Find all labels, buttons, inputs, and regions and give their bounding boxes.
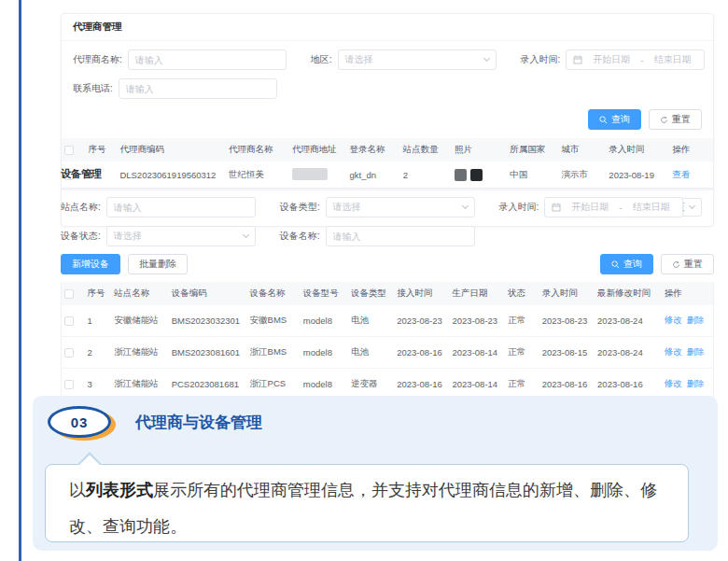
agent-table-header-row: 序号 代理商编码 代理商名称 代理商地址 登录名称 站点数量 照片 所属国家 城… xyxy=(62,138,713,161)
add-device-button[interactable]: 新增设备 xyxy=(61,254,120,274)
end-date-placeholder[interactable]: 结束日期 xyxy=(627,201,676,214)
device-status-placeholder: 请选择 xyxy=(114,230,142,243)
device-status-select[interactable]: 请选择 xyxy=(106,226,256,246)
device-entry-time-label: 录入时间: xyxy=(499,201,539,214)
col-login-name: 登录名称 xyxy=(346,138,399,161)
search-icon xyxy=(611,260,620,269)
left-accent-line xyxy=(19,0,21,561)
col-actions: 操作 xyxy=(669,138,713,161)
description-bold: 列表形式 xyxy=(86,481,153,499)
row-checkbox[interactable] xyxy=(64,380,74,389)
col-seq: 序号 xyxy=(85,282,112,305)
col-site-count: 站点数量 xyxy=(400,138,452,161)
device-table-row: 2 浙江储能站 BMS2023081601 浙江BMS model8 电池 20… xyxy=(62,337,713,369)
phone-input[interactable] xyxy=(119,78,277,99)
end-date-placeholder[interactable]: 结束日期 xyxy=(649,53,697,66)
description-text: 以列表形式展示所有的代理商管理信息，并支持对代理商信息的新增、删除、修改、查询功… xyxy=(69,472,665,544)
delete-link[interactable]: 删除 xyxy=(687,315,705,325)
device-status-label: 设备状态: xyxy=(61,230,101,243)
col-last-modified: 最新修改时间 xyxy=(595,282,662,305)
refresh-icon xyxy=(672,260,680,269)
device-type-select[interactable]: 请选择 xyxy=(326,197,475,217)
chevron-down-icon xyxy=(483,55,490,62)
col-site-name: 站点名称 xyxy=(111,282,168,305)
region-select-placeholder: 请选择 xyxy=(345,53,373,66)
device-management-section: 设备管理 站点名称: 设备类型: 请选择 录入时间: xyxy=(61,162,714,433)
modify-link[interactable]: 修改 xyxy=(665,346,682,357)
row-checkbox[interactable] xyxy=(64,348,74,358)
region-select[interactable]: 请选择 xyxy=(338,49,497,70)
step-number-badge: 03 xyxy=(48,406,115,439)
device-table-row: 1 安徽储能站 BMS2023032301 安徽BMS model8 电池 20… xyxy=(62,305,713,337)
col-device-model: 设备型号 xyxy=(301,282,348,305)
status-badge: 正常 xyxy=(505,337,539,369)
status-badge: 正常 xyxy=(505,305,539,337)
start-date-placeholder[interactable]: 开始日期 xyxy=(587,53,636,66)
col-entry-time: 录入时间 xyxy=(539,282,595,305)
device-type-placeholder: 请选择 xyxy=(333,201,361,214)
phone-label: 联系电话: xyxy=(73,82,113,95)
date-separator: - xyxy=(640,55,643,65)
callout-title: 代理商与设备管理 xyxy=(135,412,262,433)
col-agent-code: 代理商编码 xyxy=(117,138,226,161)
search-icon xyxy=(599,116,608,124)
col-seq: 序号 xyxy=(85,138,117,161)
col-photos: 照片 xyxy=(452,138,507,161)
agent-search-form: 代理商名称: 地区: 请选择 录入时间: xyxy=(62,41,713,99)
col-device-name: 设备名称 xyxy=(247,282,301,305)
col-actions: 操作 xyxy=(662,282,713,305)
device-search-button[interactable]: 查询 xyxy=(600,254,653,274)
agent-search-button[interactable]: 查询 xyxy=(588,109,641,130)
screenshot-frame: 代理商管理 代理商名称: 地区: 请选择 录入时间: xyxy=(0,0,728,561)
col-agent-name: 代理商名称 xyxy=(226,138,289,161)
calendar-icon xyxy=(573,55,582,64)
start-date-placeholder[interactable]: 开始日期 xyxy=(566,201,614,214)
chevron-down-icon xyxy=(462,203,469,209)
col-entry-time: 录入时间 xyxy=(606,138,669,161)
modify-link[interactable]: 修改 xyxy=(665,315,682,325)
device-section-title: 设备管理 xyxy=(61,162,714,189)
agent-name-label: 代理商名称: xyxy=(73,53,122,66)
col-access-time: 接入时间 xyxy=(394,282,449,305)
agent-entry-time-range[interactable]: 开始日期 - 结束日期 xyxy=(566,49,704,70)
refresh-icon xyxy=(660,116,668,124)
device-type-label: 设备类型: xyxy=(280,201,320,214)
device-search-form: 站点名称: 设备类型: 请选择 录入时间: xyxy=(61,189,714,246)
delete-link[interactable]: 删除 xyxy=(687,378,705,388)
delete-link[interactable]: 删除 xyxy=(687,346,705,357)
calendar-icon xyxy=(552,203,561,212)
col-status: 状态 xyxy=(505,282,539,305)
col-city: 城市 xyxy=(558,138,606,161)
chevron-down-icon xyxy=(243,231,249,238)
col-device-code: 设备编码 xyxy=(169,282,247,305)
callout-panel: 03 代理商与设备管理 以列表形式展示所有的代理商管理信息，并支持对代理商信息的… xyxy=(33,396,718,551)
agent-entry-time-label: 录入时间: xyxy=(521,53,561,66)
col-production-date: 生产日期 xyxy=(450,282,505,305)
device-entry-time-range[interactable]: 开始日期 - 结束日期 xyxy=(544,197,682,217)
device-name-input[interactable] xyxy=(326,226,475,246)
device-name-label: 设备名称: xyxy=(280,230,320,243)
col-device-type: 设备类型 xyxy=(348,282,394,305)
select-all-checkbox[interactable] xyxy=(64,289,74,299)
modify-link[interactable]: 修改 xyxy=(665,378,682,388)
agent-reset-button[interactable]: 重置 xyxy=(649,109,702,130)
site-name-label: 站点名称: xyxy=(61,201,101,214)
select-all-checkbox[interactable] xyxy=(64,146,74,155)
row-checkbox[interactable] xyxy=(64,316,74,326)
region-label: 地区: xyxy=(311,53,332,66)
date-separator: - xyxy=(619,203,622,213)
device-reset-button[interactable]: 重置 xyxy=(661,254,714,274)
description-box: 以列表形式展示所有的代理商管理信息，并支持对代理商信息的新增、删除、修改、查询功… xyxy=(45,464,689,542)
device-table-header-row: 序号 站点名称 设备编码 设备名称 设备型号 设备类型 接入时间 生产日期 状态… xyxy=(62,282,713,305)
batch-delete-button[interactable]: 批量删除 xyxy=(128,254,188,274)
col-agent-address: 代理商地址 xyxy=(289,138,347,161)
site-name-input[interactable] xyxy=(106,197,256,217)
agent-section-title: 代理商管理 xyxy=(62,14,713,41)
col-country: 所属国家 xyxy=(507,138,558,161)
agent-name-input[interactable] xyxy=(128,49,287,70)
